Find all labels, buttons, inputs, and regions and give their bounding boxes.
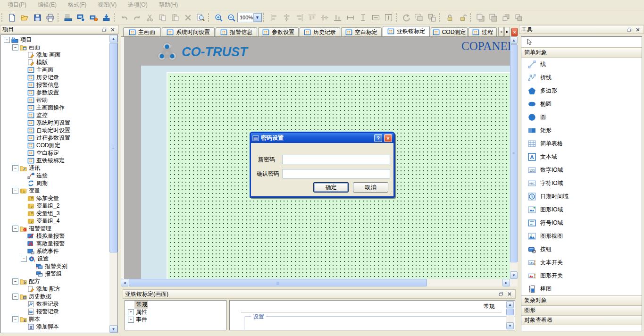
menu-项目P[interactable]: 项目(P) bbox=[2, 0, 32, 10]
cancel-button[interactable]: 取消 bbox=[353, 182, 388, 193]
tree-item-画面[interactable]: −画面 bbox=[1, 43, 109, 51]
scroll-down-icon[interactable]: ▼ bbox=[510, 271, 518, 279]
expand-icon[interactable]: + bbox=[128, 309, 134, 315]
tool-图形IO域[interactable]: 图形IO域 bbox=[521, 203, 642, 216]
new-password-input[interactable] bbox=[283, 155, 390, 164]
menu-编辑E[interactable]: 编辑(E) bbox=[32, 0, 62, 10]
tab-scroll-right-icon[interactable]: ► bbox=[504, 27, 510, 36]
tab-报警信息[interactable]: 报警信息 bbox=[216, 27, 257, 36]
tree-item-设置[interactable]: −!设置 bbox=[1, 255, 109, 262]
tab-COD测定[interactable]: COD测定 bbox=[431, 27, 468, 36]
scrollbar-thumb[interactable]: ≡ bbox=[109, 43, 117, 252]
tree-item-参数设置[interactable]: 参数设置 bbox=[1, 89, 109, 96]
property-category-事件[interactable]: +事件 bbox=[125, 316, 226, 323]
collapse-icon[interactable]: − bbox=[12, 278, 18, 285]
property-category-属性[interactable]: +属性 bbox=[125, 308, 226, 316]
tree-item-报警记录[interactable]: 报警记录 bbox=[1, 308, 109, 315]
compile-icon[interactable] bbox=[62, 12, 74, 24]
scroll-up-icon[interactable]: ▲ bbox=[506, 301, 514, 308]
tool-圆[interactable]: 圆 bbox=[521, 110, 642, 124]
tool-日期时间域[interactable]: 日期时间域 bbox=[521, 190, 642, 203]
section-graphics[interactable]: 图形 bbox=[521, 305, 642, 315]
menu-帮助H[interactable]: 帮助(H) bbox=[153, 0, 184, 10]
tree-item-报警类别[interactable]: 报警类别 bbox=[1, 262, 109, 270]
tree-item-帮助[interactable]: 帮助 bbox=[1, 96, 109, 104]
tree-item-监控[interactable]: 监控 bbox=[1, 111, 109, 119]
tab-系统时间设置[interactable]: 系统时间设置 bbox=[162, 27, 215, 36]
tree-item-离散量报警[interactable]: 离散量报警 bbox=[1, 240, 109, 247]
tool-文本开关[interactable]: ABC文本开关 bbox=[521, 256, 642, 269]
dialog-close-icon[interactable]: × bbox=[384, 134, 392, 142]
tab-空白标定[interactable]: 空白标定 bbox=[341, 27, 382, 36]
zoom-out-icon[interactable] bbox=[226, 12, 237, 24]
tab-过程[interactable]: 过程 bbox=[468, 27, 497, 36]
zoom-in-icon[interactable] bbox=[213, 12, 225, 24]
section-simple-objects[interactable]: 简单对象 bbox=[521, 48, 642, 58]
tree-item-空白标定[interactable]: 空白标定 bbox=[1, 149, 109, 157]
property-category-常规[interactable]: 常规 bbox=[125, 301, 226, 308]
section-complex-objects[interactable]: 复杂对象 bbox=[521, 295, 642, 305]
collapse-icon[interactable]: − bbox=[12, 165, 18, 171]
tree-item-添加变量[interactable]: 添加变量 bbox=[1, 194, 109, 202]
collapse-icon[interactable]: − bbox=[4, 37, 10, 43]
scroll-down-icon[interactable]: ▼ bbox=[506, 322, 514, 329]
float-panel-icon[interactable] bbox=[497, 291, 505, 297]
tree-item-过程参数设置[interactable]: 过程参数设置 bbox=[1, 134, 109, 142]
tree-item-通讯[interactable]: −通讯 bbox=[1, 164, 109, 172]
tool-符号IO域[interactable]: 符号IO域 bbox=[521, 216, 642, 229]
tree-item-COD测定[interactable]: COD测定 bbox=[1, 142, 109, 149]
tree-item-报警管理[interactable]: −!报警管理 bbox=[1, 225, 109, 232]
tab-主画面[interactable]: 主画面 bbox=[123, 27, 161, 36]
tab-参数设置[interactable]: 参数设置 bbox=[258, 27, 299, 36]
scroll-left-icon[interactable]: ◄ bbox=[121, 279, 128, 286]
open-folder-icon[interactable] bbox=[19, 12, 31, 24]
scroll-up-icon[interactable]: ▲ bbox=[510, 36, 518, 44]
save-icon[interactable] bbox=[32, 12, 43, 24]
new-file-icon[interactable] bbox=[6, 12, 18, 24]
tree-item-脚本[interactable]: −S脚本 bbox=[1, 315, 109, 323]
tab-亚铁铵标定[interactable]: 亚铁铵标定 bbox=[383, 26, 430, 36]
menu-格式F[interactable]: 格式(F) bbox=[62, 0, 92, 10]
tree-item-自动定时设置[interactable]: 自动定时设置 bbox=[1, 126, 109, 134]
tree-item-报警信息[interactable]: 报警信息 bbox=[1, 81, 109, 89]
collapse-icon[interactable]: − bbox=[12, 226, 18, 232]
tool-椭圆[interactable]: 椭圆 bbox=[521, 97, 642, 110]
close-panel-icon[interactable] bbox=[506, 291, 513, 297]
tree-item-模版[interactable]: 模版 bbox=[1, 59, 109, 66]
tree-item-变量[interactable]: −变量 bbox=[1, 187, 109, 194]
download-icon[interactable] bbox=[88, 12, 100, 24]
tool-图形开关[interactable]: 图形开关 bbox=[521, 269, 642, 282]
tool-图形视图[interactable]: 图形视图 bbox=[521, 229, 642, 243]
float-panel-icon[interactable] bbox=[100, 26, 108, 33]
tree-item-主画面操作[interactable]: 主画面操作 bbox=[1, 104, 109, 111]
tab-历史记录[interactable]: 历史记录 bbox=[300, 27, 340, 36]
tree-item-模拟量报警[interactable]: 模拟量报警 bbox=[1, 232, 109, 240]
zoom-level-select[interactable]: 100%▼ bbox=[237, 13, 262, 22]
canvas-vscrollbar[interactable]: ▲ ≡ ▼ bbox=[510, 36, 518, 279]
scrollbar-thumb[interactable]: ≡ bbox=[510, 44, 518, 262]
menu-选项O[interactable]: 选项(O) bbox=[122, 0, 153, 10]
scroll-right-icon[interactable]: ► bbox=[502, 279, 510, 286]
tree-item-变量组_2[interactable]: 变量组_2 bbox=[1, 202, 109, 210]
chevron-down-icon[interactable]: ▼ bbox=[253, 13, 261, 22]
tree-item-系统事件[interactable]: 系统事件 bbox=[1, 247, 109, 255]
print-icon[interactable] bbox=[44, 12, 56, 24]
tree-item-配方[interactable]: −b配方 bbox=[1, 277, 109, 285]
section-object-viewer[interactable]: 对象查看器 bbox=[521, 315, 642, 325]
tree-item-数据记录[interactable]: A数据记录 bbox=[1, 300, 109, 308]
tool-棒图[interactable]: 棒图 bbox=[521, 282, 642, 295]
tree-item-连接[interactable]: 连接 bbox=[1, 172, 109, 179]
collapse-icon[interactable]: − bbox=[12, 294, 18, 300]
resize-grip[interactable]: ⋰ bbox=[388, 191, 393, 195]
tool-折线[interactable]: 折线 bbox=[521, 71, 642, 84]
menu-视图V[interactable]: 视图(V) bbox=[92, 0, 122, 10]
tool-字符IO域[interactable]: ABC字符IO域 bbox=[521, 176, 642, 190]
float-panel-icon[interactable] bbox=[626, 26, 633, 33]
tree-item-添加 画面[interactable]: 添加 画面 bbox=[1, 51, 109, 59]
tree-item-周期[interactable]: 周期 bbox=[1, 179, 109, 187]
tree-item-主画面[interactable]: 主画面 bbox=[1, 66, 109, 74]
tree-item-添加 配方[interactable]: 添加 配方 bbox=[1, 285, 109, 293]
scroll-down-icon[interactable]: ▼ bbox=[109, 325, 117, 333]
screen-canvas[interactable]: CO-TRUST COPANEL 密码设置 ? × 新密码 确认密码 bbox=[121, 36, 510, 279]
dialog-help-icon[interactable]: ? bbox=[374, 134, 382, 142]
